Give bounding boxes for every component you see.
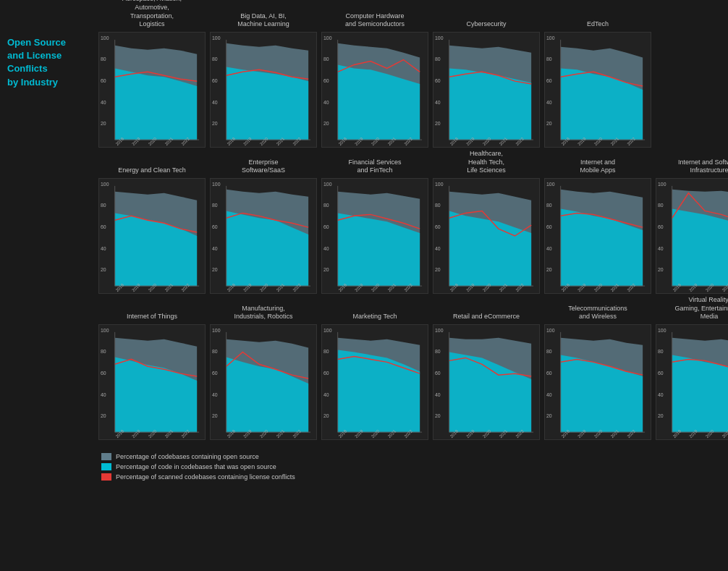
svg-text:40: 40 — [546, 100, 552, 105]
svg-text:40: 40 — [435, 100, 441, 105]
svg-text:40: 40 — [323, 100, 329, 105]
chart-hardware: Computer Hardwareand Semiconductors 100 … — [321, 7, 428, 148]
chart-infrastructure: Internet and SoftwareInfrastructure 100 … — [656, 153, 728, 294]
chart-label-bigdata: Big Data, AI, BI,Machine Learning — [237, 7, 289, 29]
svg-text:80: 80 — [435, 203, 441, 208]
svg-text:60: 60 — [658, 371, 664, 376]
svg-text:80: 80 — [435, 56, 441, 62]
chart-area-enterprise: 100 80 60 40 20 2018 2019 2020 2021 — [210, 178, 317, 294]
svg-text:60: 60 — [435, 224, 441, 229]
svg-text:100: 100 — [101, 328, 109, 333]
svg-text:100: 100 — [212, 35, 221, 41]
chart-label-healthcare: Healthcare,Health Tech,Life Sciences — [467, 153, 506, 175]
chart-area-vr: 100 80 60 40 20 2018 2019 2020 2021 — [656, 324, 728, 440]
chart-energy: Energy and Clean Tech 100 80 60 40 20 20… — [98, 153, 206, 294]
chart-fintech: Financial Servicesand FinTech 100 80 60 … — [321, 153, 428, 294]
chart-iot: Internet of Things 100 80 60 40 20 2018 — [98, 300, 206, 440]
svg-text:80: 80 — [323, 56, 329, 62]
svg-text:40: 40 — [101, 246, 106, 251]
chart-area-healthcare: 100 80 60 40 20 2018 2019 2020 2021 — [433, 178, 540, 294]
chart-label-marketing: Marketing Tech — [353, 300, 397, 321]
legend-color-teal — [101, 463, 111, 470]
svg-text:100: 100 — [212, 328, 221, 333]
svg-text:80: 80 — [212, 203, 218, 208]
svg-text:40: 40 — [212, 392, 218, 397]
legend-item-red: Percentage of scanned codebases containi… — [101, 473, 721, 481]
svg-text:40: 40 — [658, 246, 664, 251]
svg-text:40: 40 — [435, 246, 441, 251]
chart-label-mobile: Internet andMobile Apps — [580, 153, 615, 175]
svg-text:20: 20 — [658, 267, 664, 272]
svg-text:60: 60 — [212, 371, 218, 376]
svg-marker-230 — [672, 355, 728, 432]
svg-text:60: 60 — [658, 224, 664, 229]
chart-label-hardware: Computer Hardwareand Semiconductors — [345, 7, 405, 29]
chart-label-fintech: Financial Servicesand FinTech — [348, 153, 401, 175]
row-2-charts: Energy and Clean Tech 100 80 60 40 20 20… — [98, 153, 728, 294]
svg-text:60: 60 — [323, 78, 329, 83]
chart-area-manufacturing: 100 80 60 40 20 2018 2019 2020 2021 — [210, 324, 317, 440]
svg-text:20: 20 — [435, 267, 441, 272]
legend-label-teal: Percentage of code in codebases that was… — [116, 463, 276, 470]
svg-text:20: 20 — [546, 121, 552, 126]
svg-text:100: 100 — [435, 35, 444, 41]
chart-label-infrastructure: Internet and SoftwareInfrastructure — [678, 153, 728, 175]
svg-text:100: 100 — [323, 328, 332, 333]
svg-text:80: 80 — [435, 349, 441, 354]
svg-text:20: 20 — [323, 267, 329, 272]
chart-label-edtech: EdTech — [587, 7, 609, 29]
row-3: Internet of Things 100 80 60 40 20 2018 — [7, 300, 721, 440]
svg-text:20: 20 — [212, 121, 218, 126]
svg-text:20: 20 — [435, 121, 441, 126]
chart-edtech: EdTech 100 80 60 40 20 2018 201 — [544, 7, 651, 148]
chart-retail: Retail and eCommerce 100 80 60 40 20 201… — [433, 300, 540, 440]
svg-text:20: 20 — [212, 413, 218, 418]
svg-text:40: 40 — [101, 392, 106, 397]
chart-cybersecurity: Cybersecurity 100 80 60 40 20 2018 — [433, 7, 540, 148]
svg-text:100: 100 — [323, 182, 332, 187]
svg-text:40: 40 — [546, 246, 552, 251]
row-2: Energy and Clean Tech 100 80 60 40 20 20… — [7, 153, 721, 294]
legend-label-red: Percentage of scanned codebases containi… — [116, 473, 295, 481]
chart-label-vr: Virtual Reality,Gaming, Entertainment,Me… — [674, 300, 728, 321]
svg-text:60: 60 — [435, 371, 441, 376]
svg-text:80: 80 — [212, 349, 218, 354]
chart-label-iot: Internet of Things — [127, 300, 177, 321]
svg-text:20: 20 — [101, 267, 106, 272]
chart-manufacturing: Manufacturing,Industrials, Robotics 100 … — [210, 300, 317, 440]
chart-enterprise: EnterpriseSoftware/SaaS 100 80 60 40 20 … — [210, 153, 317, 294]
legend-color-gray — [101, 453, 111, 460]
chart-marketing: Marketing Tech 100 80 60 40 20 2018 — [321, 300, 428, 440]
svg-text:60: 60 — [101, 371, 106, 376]
chart-label-cybersecurity: Cybersecurity — [466, 7, 506, 29]
main-container: Open Sourceand LicenseConflictsby Indust… — [7, 7, 721, 481]
svg-text:20: 20 — [101, 413, 106, 418]
svg-text:60: 60 — [323, 224, 329, 229]
svg-text:100: 100 — [658, 328, 666, 333]
chart-telecom: Telecommunicationsand Wireless 100 80 60… — [544, 300, 651, 440]
svg-text:40: 40 — [101, 100, 106, 105]
svg-text:20: 20 — [435, 413, 441, 418]
chart-area-cybersecurity: 100 80 60 40 20 2018 2019 2020 2021 — [433, 32, 540, 148]
svg-text:20: 20 — [323, 413, 329, 418]
chart-label-manufacturing: Manufacturing,Industrials, Robotics — [234, 300, 292, 321]
svg-text:20: 20 — [101, 121, 106, 126]
chart-bigdata: Big Data, AI, BI,Machine Learning 100 80… — [210, 7, 317, 148]
row-3-charts: Internet of Things 100 80 60 40 20 2018 — [98, 300, 728, 440]
svg-text:80: 80 — [658, 349, 664, 354]
chart-label-energy: Energy and Clean Tech — [118, 153, 185, 175]
chart-area-infrastructure: 100 80 60 40 20 2018 2019 2020 2021 — [656, 178, 728, 294]
chart-label-retail: Retail and eCommerce — [453, 300, 520, 321]
svg-text:80: 80 — [546, 56, 552, 62]
svg-text:40: 40 — [435, 392, 441, 397]
chart-vr: Virtual Reality,Gaming, Entertainment,Me… — [656, 300, 728, 440]
svg-text:60: 60 — [212, 78, 218, 83]
svg-text:100: 100 — [658, 182, 666, 187]
row-1: Open Sourceand LicenseConflictsby Indust… — [7, 7, 721, 148]
svg-text:100: 100 — [546, 328, 555, 333]
svg-text:20: 20 — [212, 267, 218, 272]
chart-area-retail: 100 80 60 40 20 2018 2019 2020 2021 — [433, 324, 540, 440]
chart-area-aerospace: 100 80 60 40 20 2018 — [98, 32, 206, 148]
svg-text:100: 100 — [435, 182, 444, 187]
svg-text:40: 40 — [323, 392, 329, 397]
